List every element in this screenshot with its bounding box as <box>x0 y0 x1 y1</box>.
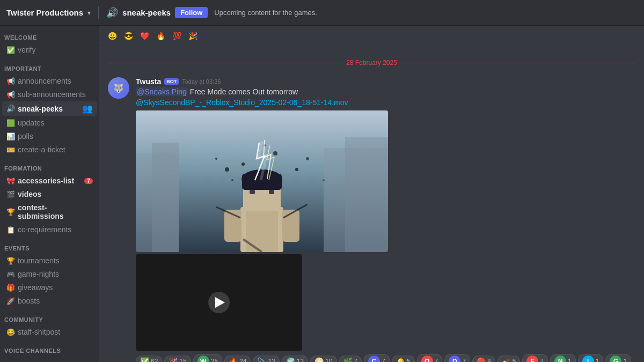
play-triangle-icon <box>215 297 225 308</box>
sidebar-section-header-welcome: WELCOME <box>0 26 99 43</box>
channel-name-game-nights: game-nights <box>18 270 59 278</box>
channel-emoji-game-nights: 🎮 <box>6 270 15 278</box>
channel-name-sub-announcements: sub-announcements <box>18 90 86 99</box>
sidebar-section-header-community: COMMUNITY <box>0 308 99 325</box>
sidebar-item-contest-submissions[interactable]: 🏆contest-submissions <box>2 201 97 223</box>
channel-emoji-sneak-peeks: 🔊 <box>6 105 15 113</box>
svg-point-6 <box>273 151 277 156</box>
reaction-6[interactable]: 🌕10 <box>310 356 336 362</box>
reaction-emoji-12: 🔴 <box>477 357 486 362</box>
reaction-letter-14: E <box>526 356 538 362</box>
reaction-12[interactable]: 🔴8 <box>472 356 495 362</box>
svg-point-7 <box>231 179 233 181</box>
reaction-0[interactable]: ✅62 <box>136 356 162 362</box>
sidebar-item-announcements[interactable]: 📢announcements <box>2 75 97 87</box>
channel-name-boosts: boosts <box>18 297 40 305</box>
reaction-13[interactable]: 🦅5 <box>497 356 521 362</box>
channel-name-announcements: announcements <box>18 77 71 85</box>
channel-name-accessories-list: accessories-list <box>18 176 74 185</box>
svg-point-12 <box>225 167 229 172</box>
top-icon-2: ❤️ <box>138 29 151 42</box>
reaction-8[interactable]: C7 <box>364 354 390 362</box>
sidebar-item-game-nights[interactable]: 🎮game-nights <box>2 268 97 280</box>
sidebar-item-staff-shitpost[interactable]: 😂staff-shitpost <box>2 326 97 338</box>
svg-point-8 <box>295 168 298 171</box>
embed-container-image <box>136 110 404 252</box>
reaction-1[interactable]: 🎉15 <box>164 356 191 362</box>
follow-button[interactable]: Follow <box>175 7 208 18</box>
avatar-1: 🐺 <box>108 77 129 99</box>
sidebar-item-cc-requirements[interactable]: 📋cc-requirements <box>2 223 97 236</box>
channel-emoji-create-a-ticket: 🎫 <box>6 146 15 154</box>
sidebar-item-updates[interactable]: 🟩updates <box>2 116 97 129</box>
reaction-count-17: 1 <box>623 358 627 362</box>
channel-name-giveaways: giveaways <box>18 283 53 292</box>
reaction-emoji-3: 🔥 <box>229 357 238 362</box>
reaction-count-12: 8 <box>487 358 491 362</box>
lightning-svg <box>136 110 388 252</box>
svg-point-13 <box>323 179 325 181</box>
server-dropdown-icon[interactable]: ▾ <box>87 9 91 17</box>
reaction-5[interactable]: 🌍13 <box>282 356 308 362</box>
play-button[interactable] <box>208 292 230 313</box>
reaction-letter-11: D <box>449 356 460 362</box>
sidebar-item-videos[interactable]: 🎬videos <box>2 188 97 201</box>
reaction-emoji-1: 🎉 <box>169 357 178 362</box>
reaction-letter-15: N <box>554 356 566 362</box>
channel-name-verify: verify <box>18 46 35 54</box>
reaction-7[interactable]: 🌿7 <box>339 356 362 362</box>
sidebar-item-sub-announcements[interactable]: 📢sub-announcements <box>2 88 97 101</box>
attachment-link-anchor[interactable]: @SkysSecondBP_-_Roblox_Studio_2025-02-06… <box>136 98 348 107</box>
reaction-count-13: 5 <box>513 358 516 362</box>
reaction-count-0: 62 <box>151 358 158 362</box>
channel-name-create-a-ticket: create-a-ticket <box>18 145 65 154</box>
reaction-emoji-6: 🌕 <box>314 357 324 362</box>
attachment-link-1[interactable]: @SkysSecondBP_-_Roblox_Studio_2025-02-06… <box>136 98 635 107</box>
reaction-15[interactable]: N1 <box>550 354 576 362</box>
content-area: 😀😎❤️🔥💯🎉 28 February 2025 🐺 Twusta BOT <box>99 26 644 362</box>
sidebar-item-accessories-list[interactable]: 🎀accessories-list7 <box>2 174 97 187</box>
sidebar-item-sneak-peeks[interactable]: 🔊sneak-peeks👥 <box>2 101 97 116</box>
reaction-4[interactable]: 📎13 <box>253 356 279 362</box>
reaction-10[interactable]: O7 <box>417 354 443 362</box>
svg-rect-17 <box>282 210 299 242</box>
reaction-letter-2: W <box>197 356 209 362</box>
channel-icon-top: 🔊 <box>106 7 118 19</box>
reaction-3[interactable]: 🔥24 <box>224 356 251 362</box>
sidebar-item-tournaments[interactable]: 🏆tournaments <box>2 254 97 267</box>
add-members-icon-sneak-peeks[interactable]: 👥 <box>82 104 93 114</box>
sidebar-item-create-a-ticket[interactable]: 🎫create-a-ticket <box>2 143 97 156</box>
svg-rect-21 <box>250 190 255 194</box>
main-layout: WELCOME✅verifyIMPORTANT📢announcements📢su… <box>0 26 644 362</box>
reaction-count-10: 7 <box>435 358 438 362</box>
reaction-14[interactable]: E7 <box>522 354 548 362</box>
reaction-16[interactable]: I1 <box>578 354 604 362</box>
sidebar-item-verify[interactable]: ✅verify <box>2 43 97 56</box>
embed-image <box>136 110 388 252</box>
sidebar-item-boosts[interactable]: 🚀boosts <box>2 294 97 307</box>
sidebar-item-giveaways[interactable]: 🎁giveaways <box>2 281 97 294</box>
svg-rect-22 <box>269 190 274 194</box>
channel-name-sneak-peeks: sneak-peeks <box>18 105 63 113</box>
reaction-letter-10: O <box>421 356 433 362</box>
embed-video[interactable] <box>136 254 302 351</box>
reaction-9[interactable]: 🔔5 <box>392 356 415 362</box>
channel-top-icons: 😀😎❤️🔥💯🎉 <box>99 26 644 46</box>
reaction-17[interactable]: G1 <box>605 354 631 362</box>
reaction-emoji-5: 🌍 <box>286 357 295 362</box>
svg-rect-4 <box>345 137 388 252</box>
top-bar-divider <box>98 6 99 19</box>
reaction-2[interactable]: W25 <box>193 354 222 362</box>
channel-emoji-contest-submissions: 🏆 <box>6 208 15 216</box>
embed-image-inner <box>136 110 388 252</box>
channel-name-contest-submissions: contest-submissions <box>18 203 93 220</box>
channel-emoji-giveaways: 🎁 <box>6 284 15 292</box>
svg-rect-15 <box>246 210 278 252</box>
sidebar-item-polls[interactable]: 📊polls <box>2 130 97 143</box>
reaction-11[interactable]: D7 <box>444 354 470 362</box>
reaction-letter-16: I <box>582 356 594 362</box>
top-icon-4: 💯 <box>170 29 183 42</box>
date-divider: 28 February 2025 <box>99 55 644 71</box>
reaction-count-14: 7 <box>540 358 544 362</box>
reaction-emoji-13: 🦅 <box>502 357 511 362</box>
